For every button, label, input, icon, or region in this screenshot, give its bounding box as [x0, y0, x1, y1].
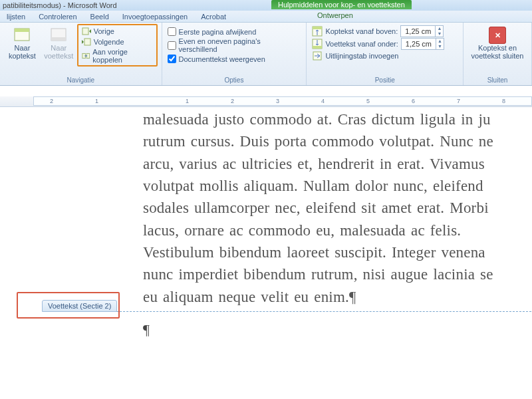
ruler-mark: 4 [321, 98, 325, 104]
uitlijningstab-label: Uitlijningstab invoegen [325, 52, 398, 60]
group-positie-label: Positie [311, 76, 459, 85]
ribbon: Naar koptekst Naar voettekst Vorige Volg… [0, 23, 532, 86]
group-opties: Eerste pagina afwijkend Even en oneven p… [162, 23, 307, 85]
ruler-mark: 1 [186, 98, 189, 104]
ruler-mark: 1 [95, 98, 98, 104]
window-title: patibiliteitsmodus) - Microsoft Word [3, 1, 117, 9]
eerste-pagina-check[interactable] [168, 27, 176, 36]
naar-voettekst-button: Naar voettekst [41, 24, 77, 66]
navigatie-highlight: Vorige Volgende Aan vorige koppelen [77, 24, 158, 66]
koptekst-boven-label: Koptekst vanaf boven: [325, 27, 398, 35]
tab-lijsten[interactable]: lijsten [4, 12, 28, 22]
koptekst-boven-icon [312, 26, 323, 37]
ribbon-tabs: lijsten Controleren Beeld Invoegtoepassi… [0, 11, 532, 23]
volgende-label: Volgende [94, 38, 124, 46]
documenttekst-checkbox[interactable]: Documenttekst weergeven [166, 54, 303, 64]
svg-rect-5 [84, 39, 90, 45]
eerste-pagina-checkbox[interactable]: Eerste pagina afwijkend [166, 27, 303, 37]
volgende-icon [82, 37, 91, 47]
text-cursor: ¶ [143, 321, 150, 338]
aan-vorige-koppelen-button[interactable]: Aan vorige koppelen [80, 47, 155, 65]
tab-acrobat[interactable]: Acrobat [198, 12, 229, 22]
group-navigatie-label: Navigatie [4, 76, 158, 85]
ruler-mark: 3 [276, 98, 279, 104]
voettekst-onder-icon [312, 39, 323, 49]
svg-rect-4 [82, 28, 88, 35]
window-titlebar: patibiliteitsmodus) - Microsoft Word [0, 0, 532, 11]
voettekst-onder-row: Voettekst vanaf onder: 1,25 cm ▲▼ [311, 38, 459, 50]
group-positie: Koptekst vanaf boven: 1,25 cm ▲▼ Voettek… [307, 23, 464, 85]
even-oneven-label: Even en oneven pagina's verschillend [179, 37, 301, 53]
svg-rect-1 [15, 29, 29, 32]
svg-rect-11 [313, 46, 322, 49]
tab-controleren[interactable]: Controleren [36, 12, 79, 22]
ruler-mark: 2 [231, 98, 234, 104]
naar-koptekst-label: Naar koptekst [9, 44, 36, 60]
ruler-mark: 5 [366, 98, 370, 104]
group-sluiten: ✕ Koptekst en voettekst sluiten Sluiten [464, 23, 532, 85]
voettekst-onder-value: 1,25 cm [402, 40, 436, 48]
svg-rect-3 [51, 37, 66, 41]
annotation-highlight-box [17, 292, 120, 319]
even-oneven-check[interactable] [168, 41, 176, 50]
volgende-button[interactable]: Volgende [80, 37, 155, 47]
ruler-mark: 6 [412, 98, 415, 104]
group-navigatie: Naar koptekst Naar voettekst Vorige Volg… [0, 23, 162, 85]
voettekst-onder-spinner[interactable]: 1,25 cm ▲▼ [401, 38, 444, 50]
ruler-mark: 8 [502, 98, 505, 104]
spinner-arrows[interactable]: ▲▼ [435, 26, 443, 37]
vorige-label: Vorige [94, 27, 114, 35]
naar-voettekst-label: Naar voettekst [44, 44, 73, 60]
close-icon: ✕ [489, 27, 506, 44]
tab-invoegtoepassingen[interactable]: Invoegtoepassingen [120, 12, 190, 22]
uitlijningstab-icon [312, 51, 323, 61]
voettekst-icon [49, 27, 68, 43]
ruler-mark: 7 [457, 98, 460, 104]
group-opties-label: Opties [166, 76, 303, 85]
document-body-text: malesuada justo commodo at. Cras dictum … [143, 108, 532, 308]
koptekst-boven-value: 1,25 cm [401, 27, 435, 35]
page[interactable]: malesuada justo commodo at. Cras dictum … [33, 107, 532, 399]
voettekst-onder-label: Voettekst vanaf onder: [325, 40, 398, 48]
document-area: 2 1 1 2 3 4 5 6 7 8 malesuada justo comm… [0, 96, 532, 399]
documenttekst-check[interactable] [168, 55, 176, 63]
footer-separator [73, 311, 532, 312]
aan-vorige-koppelen-label: Aan vorige koppelen [92, 48, 152, 64]
eerste-pagina-label: Eerste pagina afwijkend [179, 28, 257, 36]
sluiten-label: Koptekst en voettekst sluiten [471, 44, 524, 60]
koptekst-boven-spinner[interactable]: 1,25 cm ▲▼ [400, 25, 444, 37]
sluiten-button[interactable]: ✕ Koptekst en voettekst sluiten [467, 24, 527, 60]
tab-beeld[interactable]: Beeld [88, 12, 112, 22]
uitlijningstab-button[interactable]: Uitlijningstab invoegen [311, 51, 459, 61]
koptekst-boven-row: Koptekst vanaf boven: 1,25 cm ▲▼ [311, 25, 459, 37]
vorige-button[interactable]: Vorige [80, 26, 155, 37]
even-oneven-checkbox[interactable]: Even en oneven pagina's verschillend [166, 37, 303, 54]
horizontal-ruler[interactable]: 2 1 1 2 3 4 5 6 7 8 [0, 96, 532, 107]
group-sluiten-label: Sluiten [467, 76, 527, 85]
koptekst-icon [13, 27, 31, 43]
naar-koptekst-button[interactable]: Naar koptekst [4, 24, 41, 66]
contextual-tab-title: Hulpmiddelen voor kop- en voetteksten [271, 0, 412, 9]
koppelen-icon [82, 51, 90, 61]
vorige-icon [82, 27, 91, 36]
spinner-arrows[interactable]: ▲▼ [436, 39, 444, 49]
svg-rect-9 [313, 27, 322, 29]
tab-ontwerpen[interactable]: Ontwerpen [312, 11, 358, 21]
ruler-mark: 2 [50, 98, 53, 104]
documenttekst-label: Documenttekst weergeven [179, 55, 265, 63]
